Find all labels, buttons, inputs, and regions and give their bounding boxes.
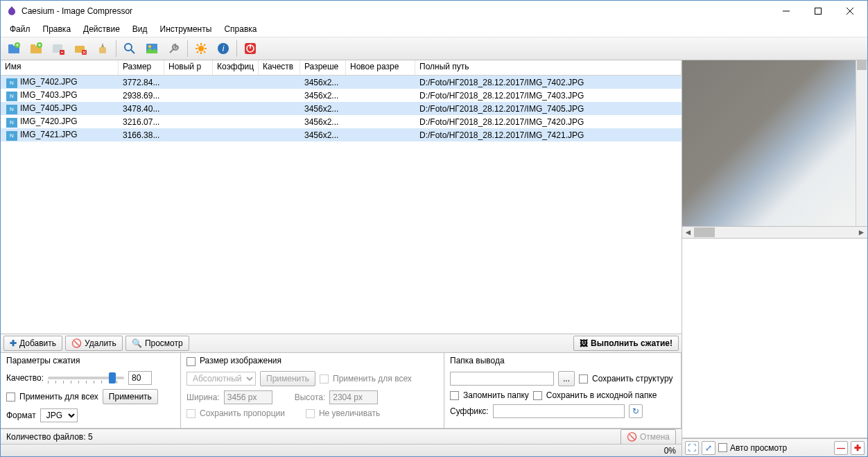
cancel-button: 🚫Отмена xyxy=(620,429,676,445)
compress-button[interactable]: 🖼Выполнить сжатие! xyxy=(573,336,679,351)
keep-structure-checkbox[interactable] xyxy=(579,374,588,383)
table-row[interactable]: NIMG_7405.JPG3478.40...3456x2...D:/Foto/… xyxy=(1,102,682,115)
same-folder-label: Сохранить в исходной папке xyxy=(546,390,657,400)
remove-all-icon[interactable] xyxy=(70,39,91,58)
add-file-icon[interactable] xyxy=(3,39,24,58)
preview-hscroll[interactable]: ◄ ► xyxy=(682,227,867,239)
suffix-label: Суффикс: xyxy=(450,406,489,416)
resize-enable-checkbox[interactable] xyxy=(186,357,196,366)
col-ratio[interactable]: Коэффиц xyxy=(213,60,259,75)
settings-gear-icon[interactable] xyxy=(191,39,211,58)
apply-all-checkbox[interactable] xyxy=(6,393,15,402)
preview-footer: ⛶ ⤢ Авто просмотр — ✚ xyxy=(682,438,867,456)
menu-file[interactable]: Файл xyxy=(3,23,37,35)
suffix-input[interactable] xyxy=(493,404,625,418)
action-bar: ✚Добавить 🚫Удалить 🔍Просмотр 🖼Выполнить … xyxy=(1,334,682,353)
original-size-button[interactable]: ⤢ xyxy=(702,441,715,455)
svg-text:i: i xyxy=(223,44,225,53)
scroll-left-icon[interactable]: ◄ xyxy=(682,227,694,239)
format-select[interactable]: JPG xyxy=(40,408,78,422)
quality-slider[interactable] xyxy=(48,377,124,379)
close-button[interactable] xyxy=(834,1,866,21)
reset-suffix-button[interactable]: ↻ xyxy=(629,404,643,418)
plus-icon: ✚ xyxy=(854,443,861,453)
maximize-button[interactable] xyxy=(802,1,834,21)
table-row[interactable]: NIMG_7421.JPG3166.38...3456x2...D:/Foto/… xyxy=(1,128,682,141)
height-label: Высота: xyxy=(295,393,326,402)
remove-button[interactable]: 🚫Удалить xyxy=(65,336,123,351)
resize-mode-select: Абсолютный xyxy=(186,372,256,386)
preview-button[interactable]: 🔍Просмотр xyxy=(125,336,189,351)
menubar: Файл Правка Действие Вид Инструменты Спр… xyxy=(1,21,867,37)
forbidden-icon: 🚫 xyxy=(71,338,82,348)
file-type-icon: N xyxy=(6,118,17,128)
quality-input[interactable] xyxy=(128,371,152,385)
auto-preview-checkbox[interactable] xyxy=(718,443,727,452)
preview-original xyxy=(682,60,867,227)
width-input xyxy=(224,390,272,404)
browse-button[interactable]: ... xyxy=(558,371,575,386)
svg-rect-11 xyxy=(99,47,106,53)
picture-icon[interactable] xyxy=(141,39,162,58)
col-newsize[interactable]: Новый р xyxy=(164,60,213,75)
table-body[interactable]: NIMG_7402.JPG3772.84...3456x2...D:/Foto/… xyxy=(1,76,682,334)
resize-apply-button: Применить xyxy=(260,371,315,386)
col-quality[interactable]: Качеств xyxy=(259,60,300,75)
svg-rect-5 xyxy=(31,44,35,46)
progress-text: 0% xyxy=(664,446,676,456)
run-icon: 🖼 xyxy=(580,338,588,348)
same-folder-checkbox[interactable] xyxy=(533,391,542,400)
keep-ratio-checkbox xyxy=(186,409,196,418)
quality-label: Качество: xyxy=(6,373,44,383)
scroll-right-icon[interactable]: ► xyxy=(856,227,867,239)
menu-help[interactable]: Справка xyxy=(218,23,263,35)
svg-rect-0 xyxy=(815,8,822,15)
col-name[interactable]: Имя xyxy=(1,60,119,75)
zoom-in-button[interactable]: ✚ xyxy=(851,441,865,455)
power-icon[interactable] xyxy=(240,39,261,58)
resize-title: Размер изображения xyxy=(200,356,281,365)
table-row[interactable]: NIMG_7402.JPG3772.84...3456x2...D:/Foto/… xyxy=(1,76,682,89)
cancel-icon: 🚫 xyxy=(627,432,637,442)
add-button[interactable]: ✚Добавить xyxy=(3,336,62,351)
output-path-input[interactable] xyxy=(450,372,554,386)
resize-panel: Размер изображения Абсолютный Применить … xyxy=(181,353,444,428)
refresh-icon: ↻ xyxy=(632,406,639,416)
main-area: Имя Размер Новый р Коэффиц Качеств Разре… xyxy=(1,60,867,456)
no-enlarge-checkbox xyxy=(306,409,315,418)
table-header: Имя Размер Новый р Коэффиц Качеств Разре… xyxy=(1,60,682,76)
search-icon[interactable] xyxy=(119,39,140,58)
app-icon xyxy=(6,6,17,17)
add-folder-icon[interactable] xyxy=(26,39,46,58)
format-label: Формат xyxy=(6,411,36,420)
table-row[interactable]: NIMG_7420.JPG3216.07...3456x2...D:/Foto/… xyxy=(1,115,682,128)
apply-all-label: Применить для всех xyxy=(19,392,98,402)
minimize-button[interactable] xyxy=(770,1,802,21)
clear-icon[interactable] xyxy=(92,39,113,58)
menu-action[interactable]: Действие xyxy=(77,23,126,35)
col-path[interactable]: Полный путь xyxy=(415,60,682,75)
compress-title: Параметры сжатия xyxy=(6,356,175,365)
file-type-icon: N xyxy=(6,131,17,141)
table-row[interactable]: NIMG_7403.JPG2938.69...3456x2...D:/Foto/… xyxy=(1,89,682,102)
menu-tools[interactable]: Инструменты xyxy=(154,23,218,35)
remember-checkbox[interactable] xyxy=(450,391,459,400)
zoom-out-button[interactable]: — xyxy=(834,441,848,455)
plus-icon: ✚ xyxy=(10,338,17,348)
info-icon[interactable]: i xyxy=(213,39,234,58)
remove-icon[interactable] xyxy=(48,39,69,58)
fit-button[interactable]: ⛶ xyxy=(685,441,699,455)
apply-quality-button[interactable]: Применить xyxy=(103,389,158,404)
file-type-icon: N xyxy=(6,92,17,101)
col-newres[interactable]: Новое разре xyxy=(346,60,415,75)
output-panel: Папка вывода ... Сохранить структуру Зап… xyxy=(444,353,682,428)
statusbar: Количество файлов: 5 🚫Отмена xyxy=(1,429,682,444)
menu-view[interactable]: Вид xyxy=(126,23,154,35)
tools-icon[interactable] xyxy=(164,39,184,58)
col-size[interactable]: Размер xyxy=(119,60,164,75)
preview-vscroll[interactable] xyxy=(856,60,867,226)
menu-edit[interactable]: Правка xyxy=(37,23,78,35)
col-res[interactable]: Разреше xyxy=(300,60,346,75)
resize-apply-all-label: Применить для всех xyxy=(333,374,412,383)
separator-icon xyxy=(187,40,188,57)
